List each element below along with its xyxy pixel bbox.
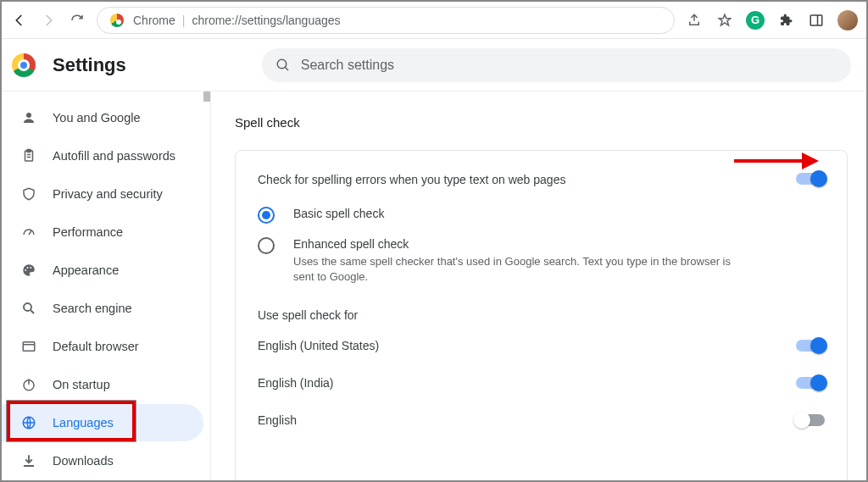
sidebar-item-search-engine[interactable]: Search engine bbox=[2, 290, 203, 327]
speedometer-icon bbox=[20, 224, 37, 241]
download-icon bbox=[20, 452, 37, 469]
sidebar-item-label: Autofill and passwords bbox=[53, 149, 175, 163]
spell-check-lang-toggle[interactable] bbox=[796, 340, 825, 352]
spell-check-toggle-label: Check for spelling errors when you type … bbox=[258, 173, 565, 186]
grammarly-extension-icon[interactable]: G bbox=[746, 11, 765, 30]
sidebar-item-label: You and Google bbox=[53, 111, 140, 125]
spell-check-lang-label: English (India) bbox=[258, 376, 334, 390]
scrollbar-thumb[interactable] bbox=[203, 91, 210, 102]
search-icon bbox=[20, 300, 37, 317]
svg-point-11 bbox=[27, 267, 29, 269]
sidebar-item-default-browser[interactable]: Default browser bbox=[2, 328, 203, 365]
chrome-logo-icon bbox=[12, 53, 36, 77]
basic-spell-check-option[interactable]: Basic spell check bbox=[258, 202, 825, 232]
share-icon[interactable] bbox=[685, 11, 704, 30]
sidebar-item-downloads[interactable]: Downloads bbox=[2, 442, 203, 479]
settings-sidebar: You and Google Autofill and passwords Pr… bbox=[2, 91, 211, 480]
radio-basic[interactable] bbox=[258, 207, 275, 224]
settings-header: Settings Search settings bbox=[2, 39, 866, 91]
sidepanel-icon[interactable] bbox=[807, 11, 826, 30]
use-spell-check-for-label: Use spell check for bbox=[258, 308, 825, 322]
enhanced-spell-check-label: Enhanced spell check bbox=[293, 237, 734, 251]
address-product: Chrome bbox=[133, 14, 175, 27]
svg-rect-15 bbox=[23, 342, 35, 352]
search-placeholder: Search settings bbox=[301, 58, 394, 73]
sidebar-item-performance[interactable]: Performance bbox=[2, 213, 203, 251]
svg-line-14 bbox=[31, 310, 34, 313]
radio-enhanced[interactable] bbox=[258, 237, 275, 254]
annotation-arrow bbox=[734, 152, 819, 169]
spell-check-lang-row: English bbox=[258, 402, 825, 439]
sidebar-item-label: Downloads bbox=[53, 454, 114, 468]
spell-check-lang-row: English (United States) bbox=[258, 327, 825, 364]
chrome-product-icon bbox=[108, 11, 126, 30]
spell-check-lang-toggle[interactable] bbox=[796, 377, 825, 389]
svg-point-13 bbox=[24, 303, 31, 311]
spell-check-card: Check for spelling errors when you type … bbox=[235, 150, 848, 480]
svg-line-9 bbox=[29, 231, 31, 235]
back-button[interactable] bbox=[10, 11, 29, 30]
search-icon bbox=[275, 58, 291, 73]
section-title-spell-check: Spell check bbox=[235, 115, 848, 130]
svg-rect-0 bbox=[810, 15, 822, 25]
search-settings-input[interactable]: Search settings bbox=[262, 48, 851, 82]
svg-point-4 bbox=[26, 113, 31, 118]
settings-title: Settings bbox=[53, 54, 126, 76]
enhanced-spell-check-option[interactable]: Enhanced spell check Uses the same spell… bbox=[258, 232, 825, 293]
sidebar-item-label: Default browser bbox=[53, 340, 139, 353]
address-separator: | bbox=[182, 14, 186, 27]
sidebar-item-privacy[interactable]: Privacy and security bbox=[2, 175, 203, 213]
power-icon bbox=[20, 376, 37, 393]
address-bar[interactable]: Chrome | chrome://settings/languages bbox=[97, 7, 675, 34]
svg-point-10 bbox=[25, 269, 26, 271]
sidebar-item-appearance[interactable]: Appearance bbox=[2, 252, 203, 289]
spell-check-lang-label: English (United States) bbox=[258, 339, 379, 352]
spell-check-lang-row: English (India) bbox=[258, 364, 825, 402]
svg-point-12 bbox=[30, 267, 31, 269]
shield-icon bbox=[20, 186, 37, 202]
sidebar-item-label: Privacy and security bbox=[53, 187, 163, 201]
sidebar-item-label: On startup bbox=[53, 378, 110, 391]
sidebar-item-on-startup[interactable]: On startup bbox=[2, 366, 203, 403]
extensions-icon[interactable] bbox=[776, 11, 795, 30]
basic-spell-check-label: Basic spell check bbox=[293, 207, 384, 220]
forward-button[interactable] bbox=[39, 11, 58, 30]
reload-button[interactable] bbox=[68, 11, 86, 30]
annotation-highlight-box bbox=[7, 401, 136, 441]
profile-avatar[interactable] bbox=[837, 10, 858, 30]
settings-main: Spell check Check for spelling errors wh… bbox=[211, 91, 866, 480]
svg-point-2 bbox=[277, 59, 287, 69]
person-icon bbox=[20, 109, 37, 126]
browser-toolbar: Chrome | chrome://settings/languages G bbox=[2, 2, 866, 39]
browser-window-icon bbox=[20, 338, 37, 355]
sidebar-item-label: Search engine bbox=[53, 302, 132, 315]
address-url: chrome://settings/languages bbox=[192, 14, 340, 27]
enhanced-spell-check-sublabel: Uses the same spell checker that's used … bbox=[293, 254, 734, 285]
palette-icon bbox=[20, 262, 37, 279]
sidebar-item-label: Appearance bbox=[53, 263, 119, 277]
sidebar-item-you-and-google[interactable]: You and Google bbox=[2, 99, 203, 136]
sidebar-item-autofill[interactable]: Autofill and passwords bbox=[2, 137, 203, 175]
spell-check-lang-label: English bbox=[258, 413, 297, 427]
svg-line-3 bbox=[285, 67, 288, 70]
spell-check-lang-toggle[interactable] bbox=[796, 414, 825, 426]
spell-check-master-row: Check for spelling errors when you type … bbox=[258, 169, 825, 202]
clipboard-icon bbox=[20, 147, 37, 164]
sidebar-item-label: Performance bbox=[53, 225, 123, 239]
spell-check-toggle[interactable] bbox=[796, 173, 825, 185]
bookmark-star-icon[interactable] bbox=[715, 11, 734, 30]
svg-rect-6 bbox=[27, 150, 31, 152]
